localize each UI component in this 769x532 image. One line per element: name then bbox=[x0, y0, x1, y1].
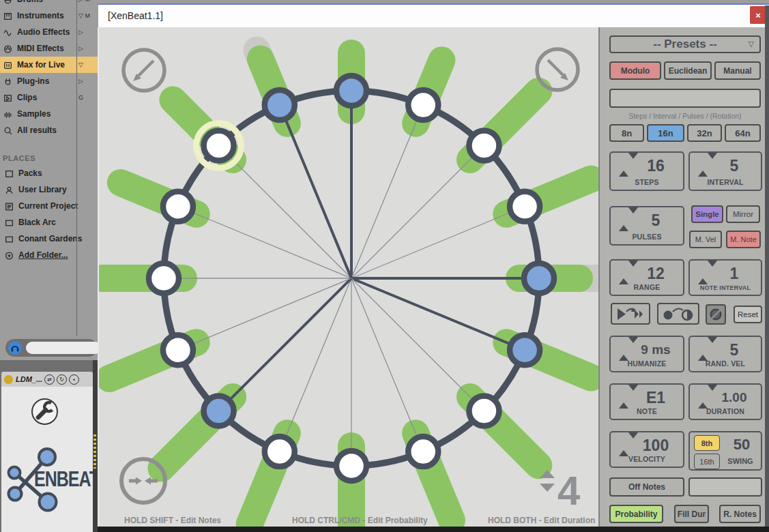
copy-notes-button[interactable] bbox=[611, 303, 650, 325]
preset-dropdown[interactable]: -- Presets -- ▽ bbox=[609, 35, 761, 53]
div-64n-button[interactable]: 64n bbox=[725, 124, 761, 142]
expand-arrow-icon[interactable]: ▽ bbox=[78, 61, 98, 68]
browser-sidebar: Drums▷ MInstruments▽ MAudio Effects▷MIDI… bbox=[0, 0, 98, 532]
window-bottom-edge bbox=[98, 527, 769, 532]
close-button[interactable]: × bbox=[750, 6, 766, 24]
range-stepper[interactable]: 12 RANGE bbox=[609, 259, 684, 296]
step-node-0[interactable] bbox=[336, 76, 366, 106]
single-button[interactable]: Single bbox=[691, 205, 723, 223]
expand-arrow-icon[interactable]: ▷ M bbox=[78, 0, 98, 3]
m4l-icon bbox=[3, 61, 14, 70]
r-notes-button[interactable]: R. Notes bbox=[719, 505, 761, 523]
save-preset-icon[interactable]: ▪ bbox=[69, 374, 79, 385]
div-8n-button[interactable]: 8n bbox=[609, 124, 644, 142]
sidebar-item-audio-effects[interactable]: Audio Effects▷ bbox=[0, 24, 98, 40]
step-node-14[interactable] bbox=[204, 131, 234, 161]
places-item-packs[interactable]: Packs bbox=[0, 165, 98, 181]
expand-arrow-icon[interactable]: G bbox=[78, 94, 98, 101]
swing-control[interactable]: 8th 16th 50 SWING bbox=[688, 431, 762, 471]
sidebar-item-all-results[interactable]: All results bbox=[0, 122, 98, 138]
mirror-button[interactable]: Mirror bbox=[726, 205, 760, 223]
step-node-1[interactable] bbox=[408, 90, 438, 120]
mode-euclidean-button[interactable]: Euclidean bbox=[664, 61, 712, 80]
sidebar-item-clips[interactable]: ClipsG bbox=[0, 89, 98, 106]
step-node-3[interactable] bbox=[510, 192, 540, 222]
step-node-2[interactable] bbox=[469, 131, 499, 161]
swing-8th-button[interactable]: 8th bbox=[694, 435, 720, 451]
sequencer-canvas: 4 bbox=[99, 27, 598, 527]
sidebar-item-instruments[interactable]: Instruments▽ M bbox=[0, 8, 98, 24]
mirror-note-button[interactable]: M. Note bbox=[726, 231, 761, 248]
velocity-spoke-2 bbox=[351, 146, 484, 278]
sidebar-item-plug-ins[interactable]: Plug-ins▷ bbox=[0, 73, 98, 89]
step-node-8[interactable] bbox=[336, 451, 366, 481]
sidebar-item-max-for-live[interactable]: Max for Live▽ bbox=[0, 57, 98, 73]
probability-button[interactable]: Probability bbox=[609, 505, 663, 523]
expand-arrow-icon[interactable]: ▷ bbox=[78, 78, 98, 85]
places-item-current-project[interactable]: Current Project bbox=[0, 198, 98, 214]
window-title: [XenBeat1.1] bbox=[108, 10, 163, 21]
duration-stepper[interactable]: 1.00 DURATION bbox=[688, 383, 762, 420]
expand-arrow-icon[interactable]: ▷ bbox=[78, 45, 98, 52]
expand-arrow-icon[interactable]: ▽ M bbox=[78, 12, 98, 19]
places-item-user-library[interactable]: User Library bbox=[0, 181, 98, 198]
map-icon[interactable]: ↻ bbox=[57, 374, 67, 385]
velocity-stepper[interactable]: 100 VELOCITY bbox=[609, 431, 684, 468]
preview-volume-slider[interactable] bbox=[26, 342, 98, 354]
sidebar-item-midi-effects[interactable]: MIDI Effects▷ bbox=[0, 40, 98, 57]
copy-velocity-button[interactable] bbox=[657, 303, 699, 325]
step-node-5[interactable] bbox=[510, 335, 540, 365]
step-node-9[interactable] bbox=[265, 437, 295, 467]
step-node-7[interactable] bbox=[408, 437, 438, 467]
hint-ctrl: HOLD CTRL/CMD - Edit Probability bbox=[292, 516, 428, 525]
rotate-ccw-button[interactable] bbox=[124, 50, 164, 91]
rotate-cw-button[interactable] bbox=[537, 49, 578, 90]
expand-arrow-icon[interactable]: ▷ bbox=[78, 29, 98, 35]
swing-16th-button[interactable]: 16th bbox=[694, 454, 720, 469]
step-node-11[interactable] bbox=[163, 335, 193, 365]
step-node-12[interactable] bbox=[149, 263, 179, 293]
velocity-spoke-10 bbox=[219, 278, 351, 411]
note-interval-stepper[interactable]: 1 NOTE INTERVAL bbox=[688, 259, 762, 296]
off-notes-button[interactable]: Off Notes bbox=[609, 477, 684, 497]
step-node-6[interactable] bbox=[469, 396, 499, 426]
hot-swap-icon[interactable]: ⇄ bbox=[44, 374, 55, 385]
div-32n-button[interactable]: 32n bbox=[687, 124, 722, 142]
note-stepper[interactable]: E1 NOTE bbox=[609, 383, 684, 420]
div-16n-button[interactable]: 16n bbox=[647, 124, 684, 142]
spare-field[interactable] bbox=[688, 477, 762, 497]
clip-icon bbox=[3, 93, 14, 102]
step-node-15[interactable] bbox=[265, 90, 295, 120]
interval-stepper[interactable]: 5 INTERVAL bbox=[688, 151, 762, 191]
device-activator-icon[interactable] bbox=[4, 375, 13, 384]
step-node-13[interactable] bbox=[163, 192, 193, 222]
device-panel: LDM_... ⇄ ↻ ▪ bbox=[0, 360, 98, 532]
rand-vel-stepper[interactable]: 5 RAND. VEL bbox=[688, 336, 762, 372]
steps-stepper[interactable]: 16 STEPS bbox=[609, 151, 684, 191]
mode-modulo-button[interactable]: Modulo bbox=[609, 61, 661, 80]
step-node-4[interactable] bbox=[524, 263, 554, 293]
mute-steps-button[interactable] bbox=[706, 304, 726, 325]
reset-button[interactable]: Reset bbox=[734, 306, 762, 323]
mode-manual-button[interactable]: Manual bbox=[714, 61, 761, 80]
sidebar-item-drums[interactable]: Drums▷ M bbox=[0, 0, 98, 8]
humanize-stepper[interactable]: 9 ms HUMANIZE bbox=[609, 336, 684, 372]
wrench-icon[interactable] bbox=[31, 398, 58, 425]
places-list: PacksUser LibraryCurrent ProjectBlack Ar… bbox=[0, 165, 98, 263]
places-item-black-arc[interactable]: Black Arc bbox=[0, 214, 98, 231]
step-node-10[interactable] bbox=[204, 396, 234, 426]
places-section: PLACES PacksUser LibraryCurrent ProjectB… bbox=[0, 151, 98, 263]
loop-length-stepper[interactable]: 4 bbox=[540, 468, 581, 514]
velocity-spoke-9 bbox=[280, 278, 351, 452]
velocity-copy-icon bbox=[662, 306, 695, 322]
sample-icon bbox=[3, 110, 14, 119]
fill-dur-button[interactable]: Fill Dur bbox=[674, 505, 709, 523]
places-item-add-folder[interactable]: Add Folder... bbox=[0, 247, 98, 263]
pattern-name-field[interactable] bbox=[609, 89, 761, 108]
headphone-icon[interactable] bbox=[8, 341, 22, 355]
pulses-stepper[interactable]: 5 PULSES bbox=[609, 206, 684, 246]
sidebar-item-samples[interactable]: Samples bbox=[0, 106, 98, 122]
window-title-bar[interactable]: [XenBeat1.1] bbox=[98, 3, 769, 27]
places-item-conant-gardens[interactable]: Conant Gardens bbox=[0, 231, 98, 247]
mirror-vel-button[interactable]: M. Vel bbox=[689, 231, 722, 248]
